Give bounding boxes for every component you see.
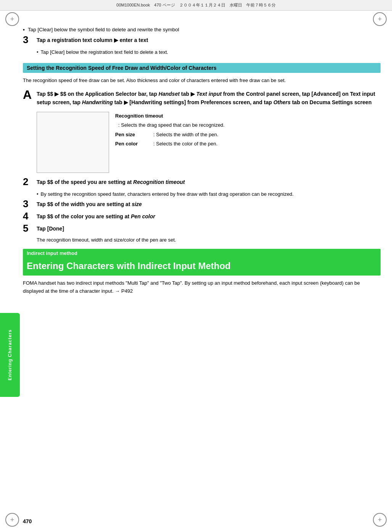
- sub-bullet-2-icon: •: [37, 190, 39, 198]
- step-3b-content: Tap $$ of the width you are setting at s…: [37, 200, 381, 209]
- step-a1-number: A: [23, 89, 37, 101]
- step-2-bullet: • By setting the recognition speed faste…: [37, 190, 381, 198]
- sidebar: Entering Characters: [0, 313, 20, 397]
- step-3b: 3 Tap $$ of the width you are setting at…: [23, 200, 381, 209]
- step-3b-number: 3: [23, 199, 37, 209]
- step-3b-text: Tap $$ of the width you are setting at s…: [37, 201, 142, 207]
- step-4-content: Tap $$ of the color you are setting at P…: [37, 213, 381, 221]
- sub-bullet-icon: •: [37, 48, 39, 56]
- step-5-content: Tap [Done]: [37, 225, 381, 233]
- info-box: Recognition timeout : Selects the drag s…: [37, 112, 381, 173]
- step-4-text: Tap $$ of the color you are setting at P…: [37, 213, 155, 219]
- step-3-heading-text: Tap a registration text column ▶ enter a…: [37, 37, 148, 43]
- pen-color-desc: : Selects the color of the pen.: [153, 140, 381, 148]
- step-2: 2 Tap $$ of the speed you are setting at…: [23, 178, 381, 187]
- corner-tl: [5, 12, 19, 26]
- step-2-content: Tap $$ of the speed you are setting at R…: [37, 178, 381, 187]
- info-row-pen-size: Pen size : Selects the width of the pen.: [115, 131, 381, 139]
- step-3-bullet: • Tap [Clear] below the registration tex…: [37, 48, 381, 56]
- step-2-text: Tap $$ of the speed you are setting at R…: [37, 179, 185, 185]
- header-bar: 00M1000EN.book 470 ページ ２００４年１１月２４日 水曜日 午…: [0, 0, 392, 11]
- step-4-number: 4: [23, 211, 37, 221]
- step-3-content: Tap a registration text column ▶ enter a…: [37, 36, 381, 45]
- info-box-image: [37, 112, 109, 173]
- step-3-number: 3: [23, 35, 37, 45]
- header-text: 00M1000EN.book 470 ページ ２００４年１１月２４日 水曜日 午…: [116, 2, 275, 8]
- step-2-bullet-text: By setting the recognition speed faster,…: [41, 190, 294, 198]
- step-3-top: 3 Tap a registration text column ▶ enter…: [23, 36, 381, 45]
- step-a1-content: Tap $$ ▶ $$ on the Application Selector …: [37, 90, 381, 106]
- corner-br: [373, 513, 387, 527]
- section-2-title: Entering Characters with Indirect Input …: [23, 258, 381, 276]
- recognition-timeout-label: Recognition timeout: [115, 112, 163, 120]
- info-row-recognition-desc: : Selects the drag speed that can be rec…: [115, 121, 381, 129]
- pen-size-desc: : Selects the width of the pen.: [153, 131, 381, 139]
- corner-tr: [373, 12, 387, 26]
- info-row-recognition: Recognition timeout: [115, 112, 381, 120]
- page-wrapper: 00M1000EN.book 470 ページ ２００４年１１月２４日 水曜日 午…: [0, 0, 392, 532]
- info-box-table: Recognition timeout : Selects the drag s…: [115, 112, 381, 173]
- section-2-label: Indirect input method: [23, 249, 381, 258]
- step-3-bullet-text: Tap [Clear] below the registration text …: [41, 48, 169, 56]
- info-row-pen-color: Pen color : Selects the color of the pen…: [115, 140, 381, 148]
- step-5-number: 5: [23, 223, 37, 233]
- bullet-icon: •: [23, 26, 25, 34]
- step-5: 5 Tap [Done]: [23, 225, 381, 233]
- section-2-wrapper: Indirect input method Entering Character…: [23, 249, 381, 276]
- step-2-number: 2: [23, 177, 37, 187]
- recognition-timeout-desc: : Selects the drag speed that can be rec…: [118, 121, 381, 129]
- sidebar-label: Entering Characters: [7, 329, 13, 380]
- step-4: 4 Tap $$ of the color you are setting at…: [23, 213, 381, 221]
- main-content: • Tap [Clear] below the symbol field to …: [23, 26, 381, 324]
- bullet-clear-symbol: • Tap [Clear] below the symbol field to …: [23, 26, 381, 34]
- bullet-clear-symbol-text: Tap [Clear] below the symbol field to de…: [28, 26, 179, 34]
- step-5-desc: The recognition timeout, width and size/…: [37, 237, 381, 243]
- step-a1-text: Tap $$ ▶ $$ on the Application Selector …: [37, 91, 375, 105]
- page-number: 470: [23, 518, 32, 524]
- pen-color-label: Pen color: [115, 140, 153, 148]
- step-5-heading: Tap [Done]: [37, 226, 64, 232]
- step-a1: A Tap $$ ▶ $$ on the Application Selecto…: [23, 90, 381, 106]
- section-1-intro: The recognition speed of free draw can b…: [23, 77, 381, 85]
- corner-bl: [5, 513, 19, 527]
- pen-size-label: Pen size: [115, 131, 153, 139]
- section-1-heading: Setting the Recognition Speed of Free Dr…: [23, 63, 381, 73]
- section-2-intro: FOMA handset has two indirect input meth…: [23, 279, 381, 295]
